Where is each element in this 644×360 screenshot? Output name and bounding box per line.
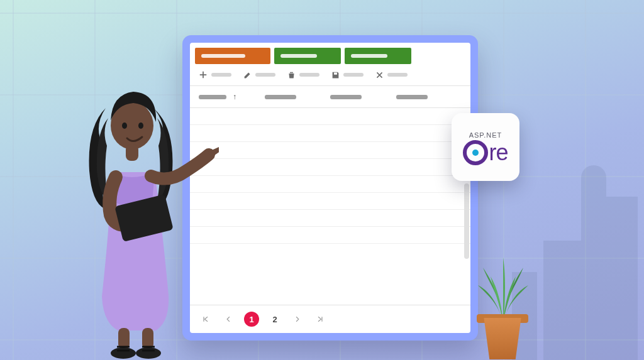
column-header-2[interactable]: [265, 92, 331, 101]
svg-rect-6: [142, 328, 153, 349]
table-row[interactable]: [190, 159, 470, 176]
datagrid-frame: ↑ 1 2: [182, 35, 478, 341]
pager-first[interactable]: [199, 312, 213, 326]
toolbar-cancel[interactable]: [375, 70, 408, 79]
svg-point-7: [111, 347, 136, 359]
column-header-4[interactable]: [396, 92, 462, 101]
table-row[interactable]: [190, 227, 470, 244]
scrollbar[interactable]: [464, 183, 469, 259]
toolbar-update[interactable]: [331, 70, 364, 79]
svg-rect-5: [118, 328, 130, 349]
pager-next[interactable]: [291, 312, 304, 326]
svg-point-8: [136, 347, 161, 359]
table-row[interactable]: [190, 210, 470, 227]
pager-prev[interactable]: [221, 312, 235, 326]
plus-icon: [199, 70, 208, 79]
core-ring-icon: [463, 140, 488, 165]
svg-point-2: [122, 123, 127, 129]
svg-rect-4: [114, 194, 174, 242]
grid-toolbar: [190, 67, 470, 86]
column-header-3[interactable]: [330, 92, 396, 101]
pager: 1 2: [190, 305, 470, 333]
sort-asc-icon: ↑: [233, 92, 236, 101]
svg-rect-1: [126, 145, 138, 161]
pager-page-2[interactable]: 2: [268, 312, 282, 326]
toolbar-delete[interactable]: [287, 70, 319, 79]
table-row[interactable]: [190, 125, 470, 142]
datagrid: ↑ 1 2: [190, 43, 470, 333]
svg-point-0: [111, 102, 153, 150]
aspnet-core-badge: ASP.NET re: [452, 113, 519, 181]
pencil-icon: [243, 70, 252, 79]
badge-bottom-label: re: [489, 141, 508, 164]
core-logo: re: [463, 140, 508, 165]
table-row[interactable]: [190, 142, 470, 159]
toolbar-edit[interactable]: [243, 70, 275, 79]
grid-header: ↑: [190, 86, 470, 108]
save-icon: [331, 70, 340, 79]
close-icon: [375, 70, 384, 79]
table-row[interactable]: [190, 176, 470, 193]
table-row[interactable]: [190, 108, 470, 125]
badge-top-label: ASP.NET: [469, 131, 502, 139]
toolbar-add[interactable]: [199, 70, 231, 79]
pager-last[interactable]: [313, 312, 327, 326]
column-header-1[interactable]: ↑: [199, 92, 265, 101]
pager-page-1[interactable]: 1: [244, 312, 259, 327]
table-row[interactable]: [190, 193, 470, 210]
action-button-row: [190, 43, 470, 67]
trash-icon: [287, 70, 296, 79]
grid-body: [190, 108, 470, 305]
secondary-action-button-1[interactable]: [274, 48, 341, 64]
primary-action-button[interactable]: [195, 48, 270, 64]
svg-point-3: [138, 123, 143, 129]
plant-decoration: [468, 249, 537, 359]
secondary-action-button-2[interactable]: [345, 48, 411, 64]
